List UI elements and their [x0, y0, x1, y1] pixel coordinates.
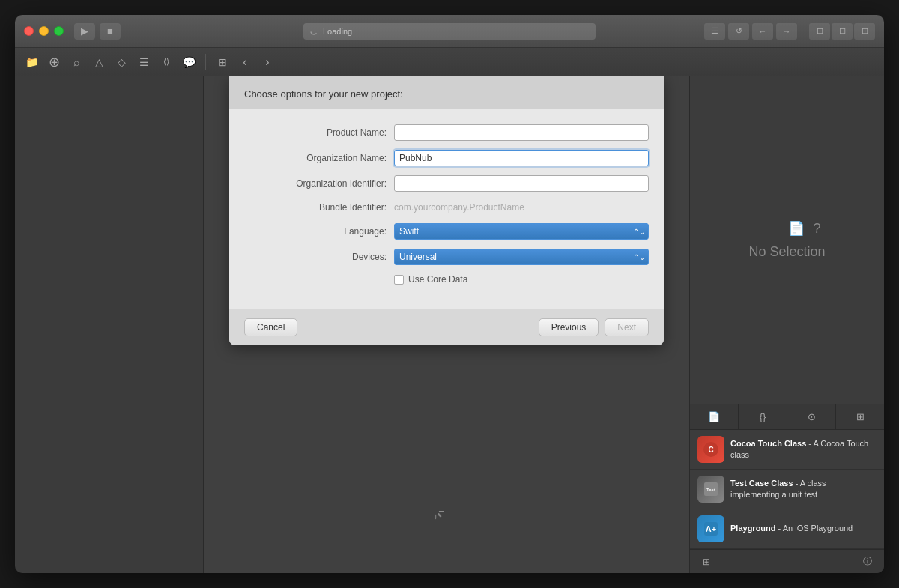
svg-point-0: [311, 28, 318, 34]
panel-left-button[interactable]: ⊡: [809, 23, 830, 40]
test-case-icon: Test: [697, 476, 724, 503]
main-content: Choose options for your new project: Pro…: [15, 76, 884, 573]
play-button[interactable]: ▶: [74, 23, 95, 40]
cocoa-touch-title: Cocoa Touch Class - A Cocoa Touch class: [730, 438, 877, 461]
playground-svg: A+: [703, 521, 719, 537]
core-data-row: Use Core Data: [394, 274, 649, 285]
warning-icon[interactable]: △: [90, 53, 108, 71]
sheet-header: Choose options for your new project:: [229, 76, 664, 109]
environment-icon[interactable]: ⟨⟩: [157, 53, 175, 71]
loading-bar: Loading: [303, 23, 596, 40]
close-button[interactable]: [24, 26, 34, 36]
forward-nav-button[interactable]: →: [776, 23, 797, 40]
tab-layout[interactable]: ⊞: [836, 404, 884, 429]
tab-file[interactable]: 📄: [690, 404, 739, 429]
library-tabs: 📄 {} ⊙ ⊞: [690, 404, 884, 430]
previous-button[interactable]: Previous: [539, 318, 599, 336]
devices-select[interactable]: Universal iPhone iPad: [394, 249, 649, 265]
use-core-data-checkbox[interactable]: [394, 275, 404, 285]
loading-text: Loading: [323, 27, 352, 36]
library-footer: ⊞ ⓘ: [690, 549, 884, 573]
center-area: Choose options for your new project: Pro…: [204, 76, 689, 573]
tab-object[interactable]: ⊙: [787, 404, 836, 429]
no-selection-text: No Selection: [748, 244, 825, 260]
language-row: Language: Swift Objective-C ⌃⌄: [244, 223, 649, 240]
info-icon[interactable]: ⓘ: [859, 553, 877, 571]
language-label: Language:: [244, 226, 394, 237]
traffic-lights: [24, 26, 64, 36]
stop-button[interactable]: ■: [100, 23, 121, 40]
refresh-button[interactable]: ↺: [728, 23, 749, 40]
tab-code[interactable]: {}: [739, 404, 787, 429]
product-name-input[interactable]: [394, 124, 649, 141]
devices-row: Devices: Universal iPhone iPad ⌃⌄: [244, 249, 649, 265]
footer-right-buttons: Previous Next: [539, 318, 649, 336]
add-icon[interactable]: ⊕: [45, 53, 63, 71]
toolbar: 📁 ⊕ ⌕ △ ◇ ☰ ⟨⟩ 💬 ⊞ ‹ ›: [15, 48, 884, 76]
sheet-footer: Cancel Previous Next: [229, 309, 664, 345]
organization-name-row: Organization Name:: [244, 150, 649, 166]
language-select-container: Swift Objective-C ⌃⌄: [394, 223, 649, 240]
use-core-data-label: Use Core Data: [408, 274, 467, 285]
cancel-button[interactable]: Cancel: [244, 318, 297, 336]
cocoa-touch-text: Cocoa Touch Class - A Cocoa Touch class: [730, 438, 877, 461]
list-item[interactable]: Test Test Case Class - A class implement…: [690, 470, 884, 509]
list-item[interactable]: C Cocoa Touch Class - A Cocoa Touch clas…: [690, 430, 884, 470]
rs-top-file-icon[interactable]: 📄: [788, 220, 805, 237]
organization-name-input[interactable]: [394, 150, 649, 166]
folder-icon[interactable]: 📁: [22, 53, 40, 71]
search-icon[interactable]: ⌕: [67, 53, 85, 71]
playground-icon: A+: [697, 515, 724, 542]
no-selection-area: 📄 ? No Selection: [690, 76, 884, 404]
svg-text:A+: A+: [706, 524, 716, 533]
list-item[interactable]: A+ Playground - An iOS Playground: [690, 509, 884, 549]
panel-right-button[interactable]: ⊞: [854, 23, 875, 40]
library-items-list: C Cocoa Touch Class - A Cocoa Touch clas…: [690, 430, 884, 549]
list-icon[interactable]: ☰: [135, 53, 153, 71]
product-name-row: Product Name:: [244, 124, 649, 141]
split-view-icon[interactable]: ⊞: [214, 53, 231, 71]
back-button[interactable]: ‹: [236, 53, 254, 71]
bundle-identifier-value: com.yourcompany.ProductName: [394, 201, 649, 214]
devices-label: Devices:: [244, 252, 394, 262]
panel-center-button[interactable]: ⊟: [832, 23, 853, 40]
cocoa-touch-icon: C: [697, 436, 724, 463]
grid-view-icon[interactable]: ⊞: [697, 553, 715, 571]
product-name-label: Product Name:: [244, 127, 394, 138]
titlebar-center: Loading: [303, 23, 596, 40]
organization-identifier-row: Organization Identifier:: [244, 175, 649, 192]
playground-desc: - An iOS Playground: [776, 524, 853, 533]
chat-icon[interactable]: 💬: [180, 53, 198, 71]
new-project-sheet: Choose options for your new project: Pro…: [229, 76, 664, 345]
back-nav-button[interactable]: ←: [752, 23, 773, 40]
titlebar: ▶ ■ Loading ☰ ↺ ← →: [15, 15, 884, 48]
bundle-identifier-row: Bundle Identifier: com.yourcompany.Produ…: [244, 201, 649, 214]
main-window: ▶ ■ Loading ☰ ↺ ← →: [15, 15, 884, 573]
right-sidebar: 📄 ? No Selection 📄 {} ⊙ ⊞: [689, 76, 884, 573]
playground-title: Playground - An iOS Playground: [730, 523, 877, 534]
cocoa-touch-svg: C: [703, 441, 719, 458]
bundle-identifier-label: Bundle Identifier:: [244, 202, 394, 213]
devices-select-container: Universal iPhone iPad ⌃⌄: [394, 249, 649, 265]
library-section: 📄 {} ⊙ ⊞ C: [690, 404, 884, 573]
rs-top-help-icon[interactable]: ?: [809, 220, 826, 237]
test-case-title: Test Case Class - A class implementing a…: [730, 478, 877, 501]
loading-spinner-icon: [309, 27, 318, 36]
playground-text: Playground - An iOS Playground: [730, 523, 877, 534]
left-sidebar: [15, 76, 204, 573]
test-case-text: Test Case Class - A class implementing a…: [730, 478, 877, 501]
test-case-svg: Test: [703, 481, 719, 497]
breakpoint-icon[interactable]: ◇: [112, 53, 130, 71]
sheet-body: Product Name: Organization Name: Organiz…: [229, 109, 664, 309]
organization-identifier-input[interactable]: [394, 175, 649, 192]
titlebar-right-buttons: ☰ ↺ ← → ⊡ ⊟ ⊞: [704, 23, 875, 40]
forward-button[interactable]: ›: [258, 53, 276, 71]
maximize-button[interactable]: [54, 26, 64, 36]
sheet-title: Choose options for your new project:: [244, 88, 649, 100]
view-toggle-button[interactable]: ☰: [704, 23, 725, 40]
minimize-button[interactable]: [39, 26, 49, 36]
svg-text:Test: Test: [706, 488, 715, 492]
organization-name-label: Organization Name:: [244, 153, 394, 163]
organization-identifier-label: Organization Identifier:: [244, 178, 394, 189]
language-select[interactable]: Swift Objective-C: [394, 223, 649, 240]
